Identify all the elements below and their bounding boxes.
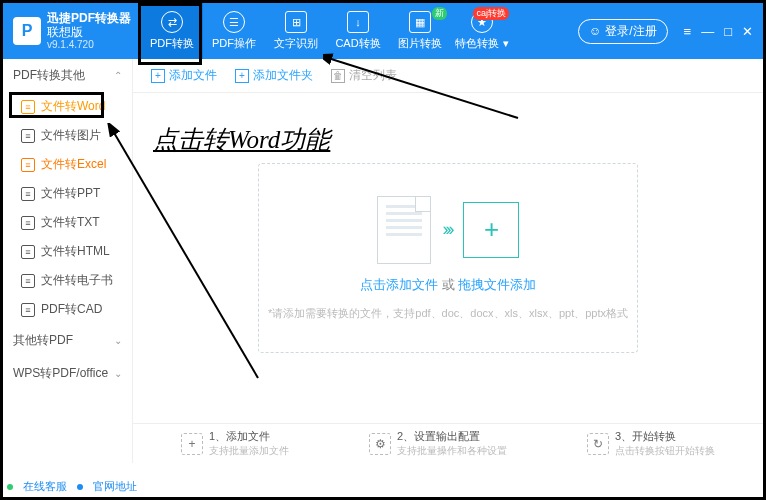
tab-label: 文字识别: [274, 36, 318, 51]
add-folder-button[interactable]: +添加文件夹: [235, 67, 313, 84]
status-dot-icon: [7, 484, 13, 490]
sidebar-item-label: 文件转图片: [41, 127, 101, 144]
chevron-down-icon: ▾: [503, 37, 509, 49]
add-file-label: 添加文件: [169, 67, 217, 84]
tab-pdf-operate[interactable]: ☰ PDF操作: [203, 3, 265, 59]
drag-add-text: 拖拽文件添加: [458, 277, 536, 292]
chevron-down-icon: ⌄: [114, 335, 122, 346]
add-file-button[interactable]: +添加文件: [151, 67, 217, 84]
brand-block: P 迅捷PDF转换器 联想版 v9.1.4.720: [3, 3, 141, 59]
page-icon: ≡: [21, 303, 35, 317]
convert-icon: ↻: [587, 433, 609, 455]
steps-footer: + 1、添加文件支持批量添加文件 ⚙ 2、设置输出配置支持批量操作和各种设置 ↻…: [133, 423, 763, 463]
sidebar-item-label: 文件转Word: [41, 98, 105, 115]
sidebar-item-label: 文件转HTML: [41, 243, 110, 260]
step-3: ↻ 3、开始转换点击转换按钮开始转换: [587, 429, 715, 458]
tab-special-convert[interactable]: caj转换 ★ 特色转换 ▾: [451, 3, 513, 59]
sidebar-item-to-word[interactable]: ≡文件转Word: [3, 92, 132, 121]
clear-list-label: 清空列表: [349, 67, 397, 84]
app-version: v9.1.4.720: [47, 39, 131, 51]
tab-label: PDF转换: [150, 36, 194, 51]
status-dot-icon: [77, 484, 83, 490]
sidebar-item-label: 文件转TXT: [41, 214, 100, 231]
plus-icon: +: [151, 69, 165, 83]
grid-icon: ⊞: [285, 11, 307, 33]
list-icon: ☰: [223, 11, 245, 33]
tab-label: 图片转换: [398, 36, 442, 51]
file-toolbar: +添加文件 +添加文件夹 🗑清空列表: [133, 59, 763, 93]
sidebar-item-label: 文件转PPT: [41, 185, 100, 202]
page-icon: ≡: [21, 187, 35, 201]
support-link[interactable]: 在线客服: [23, 479, 67, 494]
trash-icon: 🗑: [331, 69, 345, 83]
user-icon: ☺: [589, 24, 601, 38]
app-body: PDF转换其他 ⌃ ≡文件转Word ≡文件转图片 ≡文件转Excel ≡文件转…: [3, 59, 763, 463]
tab-label: 特色转换 ▾: [455, 36, 508, 51]
brand-text: 迅捷PDF转换器 联想版 v9.1.4.720: [47, 11, 131, 52]
sidebar-group-wps[interactable]: WPS转PDF/office ⌄: [3, 357, 132, 390]
chevron-up-icon: ⌃: [114, 70, 122, 81]
menu-button[interactable]: ≡: [684, 24, 692, 39]
sidebar: PDF转换其他 ⌃ ≡文件转Word ≡文件转图片 ≡文件转Excel ≡文件转…: [3, 59, 133, 463]
add-folder-label: 添加文件夹: [253, 67, 313, 84]
page-icon: ≡: [21, 129, 35, 143]
group-label: WPS转PDF/office: [13, 365, 108, 382]
group-label: PDF转换其他: [13, 67, 85, 84]
page-icon: ≡: [21, 100, 35, 114]
arrow-right-icon: ›››: [443, 219, 452, 240]
maximize-button[interactable]: □: [724, 24, 732, 39]
chevron-down-icon: ⌄: [114, 368, 122, 379]
app-logo: P: [13, 17, 41, 45]
dropzone-graphic: ››› +: [377, 196, 520, 264]
document-icon: [377, 196, 431, 264]
tab-image-convert[interactable]: 新 ▦ 图片转换: [389, 3, 451, 59]
plus-box-icon: +: [463, 202, 519, 258]
page-icon: ≡: [21, 216, 35, 230]
group-label: 其他转PDF: [13, 332, 73, 349]
tab-label: CAD转换: [335, 36, 380, 51]
login-button[interactable]: ☺ 登录/注册: [578, 19, 668, 44]
page-icon: ≡: [21, 274, 35, 288]
caj-badge: caj转换: [473, 7, 509, 20]
dropzone-hint: *请添加需要转换的文件，支持pdf、doc、docx、xls、xlsx、ppt、…: [268, 306, 628, 321]
website-link[interactable]: 官网地址: [93, 479, 137, 494]
page-icon: ≡: [21, 245, 35, 259]
sidebar-item-to-ebook[interactable]: ≡文件转电子书: [3, 266, 132, 295]
tab-pdf-convert[interactable]: ⇄ PDF转换: [141, 3, 203, 59]
tab-ocr[interactable]: ⊞ 文字识别: [265, 3, 327, 59]
click-add-text: 点击添加文件: [360, 277, 438, 292]
sidebar-group-pdf-to-other[interactable]: PDF转换其他 ⌃: [3, 59, 132, 92]
app-title: 迅捷PDF转换器: [47, 11, 131, 25]
file-dropzone[interactable]: ››› + 点击添加文件 或 拖拽文件添加 *请添加需要转换的文件，支持pdf、…: [258, 163, 638, 353]
window-controls: ≡ — □ ✕: [684, 24, 753, 39]
sidebar-item-to-ppt[interactable]: ≡文件转PPT: [3, 179, 132, 208]
dropzone-container: ››› + 点击添加文件 或 拖拽文件添加 *请添加需要转换的文件，支持pdf、…: [133, 93, 763, 423]
sidebar-item-to-excel[interactable]: ≡文件转Excel: [3, 150, 132, 179]
file-plus-icon: +: [181, 433, 203, 455]
download-icon: ↓: [347, 11, 369, 33]
plus-icon: +: [235, 69, 249, 83]
sidebar-item-to-html[interactable]: ≡文件转HTML: [3, 237, 132, 266]
sidebar-group-other-to-pdf[interactable]: 其他转PDF ⌄: [3, 324, 132, 357]
sidebar-item-to-txt[interactable]: ≡文件转TXT: [3, 208, 132, 237]
tab-cad-convert[interactable]: ↓ CAD转换: [327, 3, 389, 59]
status-bar: 在线客服 官网地址: [7, 479, 137, 494]
cycle-icon: ⇄: [161, 11, 183, 33]
app-header: P 迅捷PDF转换器 联想版 v9.1.4.720 ⇄ PDF转换 ☰ PDF操…: [3, 3, 763, 59]
clear-list-button[interactable]: 🗑清空列表: [331, 67, 397, 84]
step-2: ⚙ 2、设置输出配置支持批量操作和各种设置: [369, 429, 507, 458]
sidebar-item-to-cad[interactable]: ≡PDF转CAD: [3, 295, 132, 324]
minimize-button[interactable]: —: [701, 24, 714, 39]
gear-icon: ⚙: [369, 433, 391, 455]
page-icon: ≡: [21, 158, 35, 172]
main-tabs: ⇄ PDF转换 ☰ PDF操作 ⊞ 文字识别 ↓ CAD转换 新 ▦ 图片转换 …: [141, 3, 568, 59]
image-icon: ▦: [409, 11, 431, 33]
tab-label: PDF操作: [212, 36, 256, 51]
close-button[interactable]: ✕: [742, 24, 753, 39]
sidebar-item-label: 文件转Excel: [41, 156, 106, 173]
sidebar-item-label: 文件转电子书: [41, 272, 113, 289]
sidebar-item-to-image[interactable]: ≡文件转图片: [3, 121, 132, 150]
step-1: + 1、添加文件支持批量添加文件: [181, 429, 289, 458]
sidebar-item-label: PDF转CAD: [41, 301, 102, 318]
new-badge: 新: [432, 7, 447, 20]
